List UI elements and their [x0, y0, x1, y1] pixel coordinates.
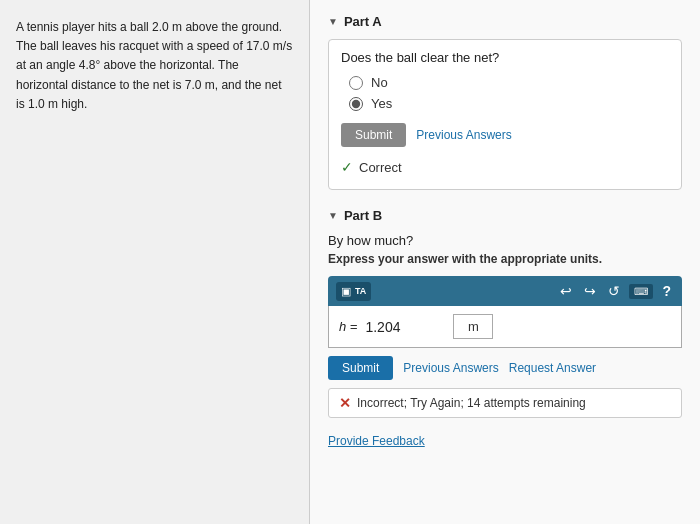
toolbar-help-button[interactable]: ? [659, 281, 674, 301]
part-a-label: Part A [344, 14, 382, 29]
part-a-answer-box: Does the ball clear the net? No Yes Subm… [328, 39, 682, 190]
toolbar-keyboard-button[interactable]: ⌨ [629, 284, 653, 299]
x-icon: ✕ [339, 395, 351, 411]
input-label: h = [339, 319, 357, 334]
correct-label: Correct [359, 160, 402, 175]
feedback-link[interactable]: Provide Feedback [328, 434, 682, 448]
part-b-header: ▼ Part B [328, 208, 682, 223]
part-b-submit-button[interactable]: Submit [328, 356, 393, 380]
part-a-section: ▼ Part A Does the ball clear the net? No… [328, 14, 682, 190]
incorrect-label: Incorrect; Try Again; 14 attempts remain… [357, 396, 586, 410]
right-panel: ▼ Part A Does the ball clear the net? No… [310, 0, 700, 524]
request-answer-link[interactable]: Request Answer [509, 361, 596, 375]
part-a-previous-link[interactable]: Previous Answers [416, 128, 511, 142]
collapse-icon-a[interactable]: ▼ [328, 16, 338, 27]
radio-group: No Yes [341, 75, 669, 111]
input-toolbar: ▣ TA ↩ ↪ ↺ ⌨ ? [328, 276, 682, 306]
toolbar-undo-button[interactable]: ↩ [557, 281, 575, 301]
option-yes-label: Yes [371, 96, 392, 111]
part-b-previous-link[interactable]: Previous Answers [403, 361, 498, 375]
part-a-btn-row: Submit Previous Answers [341, 123, 669, 147]
part-b-btn-row: Submit Previous Answers Request Answer [328, 356, 682, 380]
option-yes[interactable]: Yes [349, 96, 669, 111]
toolbar-redo-button[interactable]: ↪ [581, 281, 599, 301]
radio-no[interactable] [349, 76, 363, 90]
toolbar-matrix-icon[interactable]: ▣ TA [336, 282, 371, 301]
input-area: h = m [328, 306, 682, 348]
problem-panel: A tennis player hits a ball 2.0 m above … [0, 0, 310, 524]
express-text: Express your answer with the appropriate… [328, 252, 682, 266]
part-b-question: By how much? [328, 233, 682, 248]
incorrect-row: ✕ Incorrect; Try Again; 14 attempts rema… [328, 388, 682, 418]
radio-yes[interactable] [349, 97, 363, 111]
part-a-header: ▼ Part A [328, 14, 682, 29]
toolbar-refresh-button[interactable]: ↺ [605, 281, 623, 301]
checkmark-icon: ✓ [341, 159, 353, 175]
collapse-icon-b[interactable]: ▼ [328, 210, 338, 221]
option-no[interactable]: No [349, 75, 669, 90]
problem-text: A tennis player hits a ball 2.0 m above … [16, 18, 293, 114]
option-no-label: No [371, 75, 388, 90]
unit-box: m [453, 314, 493, 339]
part-a-submit-button[interactable]: Submit [341, 123, 406, 147]
correct-row: ✓ Correct [341, 155, 669, 179]
toolbar-ta-label: TA [355, 286, 366, 296]
part-b-label: Part B [344, 208, 382, 223]
answer-input[interactable] [365, 319, 445, 335]
part-b-section: ▼ Part B By how much? Express your answe… [328, 208, 682, 448]
part-a-question: Does the ball clear the net? [341, 50, 669, 65]
